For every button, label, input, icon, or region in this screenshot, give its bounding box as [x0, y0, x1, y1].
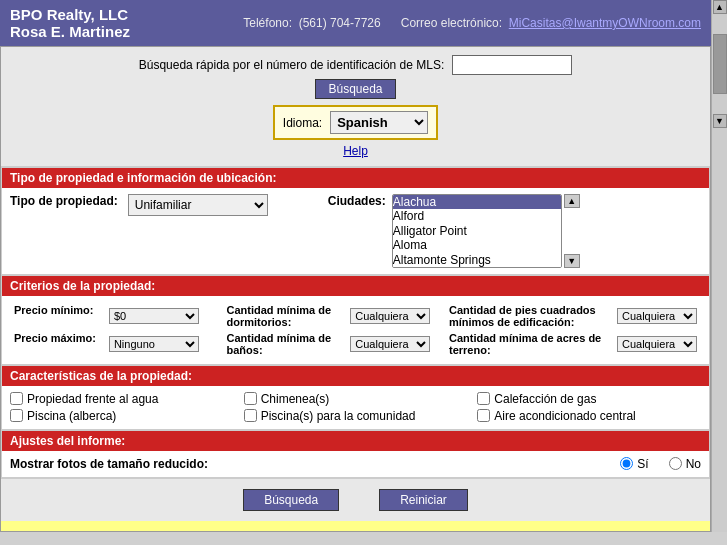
- char-header: Características de la propiedad:: [2, 366, 709, 386]
- char-item-3: Piscina (alberca): [10, 409, 234, 423]
- no-radio[interactable]: [669, 457, 682, 470]
- ciudades-label: Ciudades:: [328, 194, 386, 208]
- bottom-bar: [1, 521, 710, 531]
- precio-max-label: Precio máximo:: [14, 332, 101, 344]
- email-info: Correo electrónico: MiCasitas@IwantmyOWN…: [401, 16, 701, 30]
- pies-label: Cantidad de pies cuadrados mínimos de ed…: [449, 304, 609, 328]
- char-cb-2[interactable]: [477, 392, 490, 405]
- email-link[interactable]: MiCasitas@IwantmyOWNroom.com: [509, 16, 701, 30]
- mls-search-button[interactable]: Búsqueda: [315, 79, 395, 99]
- footer-buttons: Búsqueda Reiniciar: [1, 478, 710, 521]
- char-cb-0[interactable]: [10, 392, 23, 405]
- busqueda-footer-button[interactable]: Búsqueda: [243, 489, 339, 511]
- char-label-0: Propiedad frente al agua: [27, 392, 158, 406]
- ciudades-list[interactable]: Alachua Alford Alligator Point Aloma Alt…: [392, 194, 562, 268]
- cantidad-dorm-label: Cantidad mínima de dormitorios:: [227, 304, 343, 328]
- criteria-section: Criterios de la propiedad: Precio mínimo…: [1, 275, 710, 365]
- precio-min-select[interactable]: $0 $50,000 $100,000: [109, 308, 199, 324]
- scrollbar: ▲ ▼: [711, 0, 727, 532]
- fotos-label: Mostrar fotos de tamaño reducido:: [10, 457, 208, 471]
- si-option: Sí: [620, 457, 648, 471]
- phone-info: Teléfono: (561) 704-7726: [243, 16, 380, 30]
- page-header: BPO Realty, LLC Rosa E. Martinez Teléfon…: [0, 0, 711, 46]
- char-item-2: Calefacción de gas: [477, 392, 701, 406]
- char-item-0: Propiedad frente al agua: [10, 392, 234, 406]
- cantidad-ban-select[interactable]: Cualquiera 12: [350, 336, 430, 352]
- company-name: BPO Realty, LLC: [10, 6, 130, 23]
- ciudad-scroll-down[interactable]: ▼: [564, 254, 580, 268]
- acres-select[interactable]: Cualquiera 0.250.5: [617, 336, 697, 352]
- scroll-up-arrow[interactable]: ▲: [713, 0, 727, 14]
- char-item-1: Chimenea(s): [244, 392, 468, 406]
- si-label: Sí: [637, 457, 648, 471]
- char-cb-4[interactable]: [244, 409, 257, 422]
- scrollbar-thumb[interactable]: [713, 34, 727, 94]
- precio-min-label: Precio mínimo:: [14, 304, 101, 316]
- help-link[interactable]: Help: [343, 144, 368, 158]
- char-cb-3[interactable]: [10, 409, 23, 422]
- ajustes-header: Ajustes del informe:: [2, 431, 709, 451]
- phone-number: (561) 704-7726: [299, 16, 381, 30]
- mls-label: Búsqueda rápida por el número de identif…: [139, 58, 445, 72]
- email-label: Correo electrónico:: [401, 16, 502, 30]
- contact-info: Teléfono: (561) 704-7726 Correo electrón…: [243, 16, 701, 30]
- criteria-header: Criterios de la propiedad:: [2, 276, 709, 296]
- si-radio[interactable]: [620, 457, 633, 470]
- characteristics-section: Características de la propiedad: Propied…: [1, 365, 710, 430]
- idioma-label: Idioma:: [283, 116, 322, 130]
- property-type-section: Tipo de propiedad e información de ubica…: [1, 167, 710, 275]
- char-item-4: Piscina(s) para la comunidad: [244, 409, 468, 423]
- no-label: No: [686, 457, 701, 471]
- property-type-header: Tipo de propiedad e información de ubica…: [2, 168, 709, 188]
- cantidad-dorm-select[interactable]: Cualquiera 123: [350, 308, 430, 324]
- reiniciar-button[interactable]: Reiniciar: [379, 489, 468, 511]
- char-label-3: Piscina (alberca): [27, 409, 116, 423]
- cantidad-ban-label: Cantidad mínima de baños:: [227, 332, 343, 356]
- tipo-label: Tipo de propiedad:: [10, 194, 118, 208]
- main-content: Búsqueda rápida por el número de identif…: [0, 46, 711, 532]
- mls-section: Búsqueda rápida por el número de identif…: [1, 47, 710, 167]
- char-item-5: Aire acondicionado central: [477, 409, 701, 423]
- idioma-row: Idioma: English Spanish French Portugues…: [273, 105, 438, 140]
- precio-max-select[interactable]: Ninguno $100,000: [109, 336, 199, 352]
- char-label-1: Chimenea(s): [261, 392, 330, 406]
- char-cb-5[interactable]: [477, 409, 490, 422]
- tipo-select[interactable]: Unifamiliar Condominio Terreno Multifami…: [128, 194, 268, 216]
- pies-select[interactable]: Cualquiera 5001000: [617, 308, 697, 324]
- ciudad-scroll-up[interactable]: ▲: [564, 194, 580, 208]
- agent-name: Rosa E. Martinez: [10, 23, 130, 40]
- ajustes-section: Ajustes del informe: Mostrar fotos de ta…: [1, 430, 710, 478]
- char-label-2: Calefacción de gas: [494, 392, 596, 406]
- no-option: No: [669, 457, 701, 471]
- char-cb-1[interactable]: [244, 392, 257, 405]
- char-label-5: Aire acondicionado central: [494, 409, 635, 423]
- char-label-4: Piscina(s) para la comunidad: [261, 409, 416, 423]
- mls-input[interactable]: [452, 55, 572, 75]
- phone-label: Teléfono:: [243, 16, 292, 30]
- acres-label: Cantidad mínima de acres de terreno:: [449, 332, 609, 356]
- scroll-down-arrow[interactable]: ▼: [713, 114, 727, 128]
- idioma-select[interactable]: English Spanish French Portuguese: [330, 111, 428, 134]
